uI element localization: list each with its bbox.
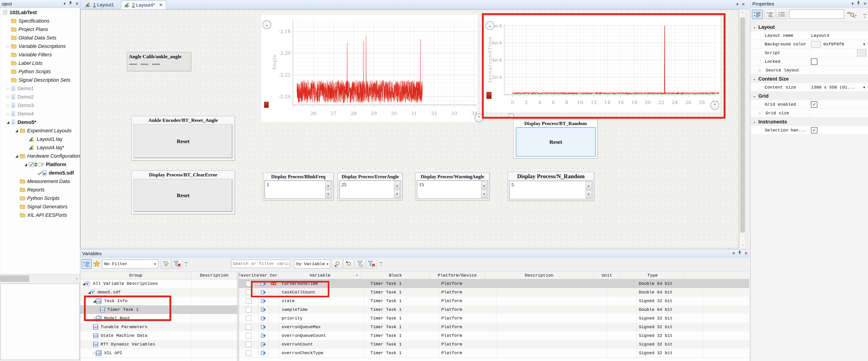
tab-close-icon[interactable]: ✕ <box>159 2 163 7</box>
expander-open-icon[interactable]: ◢ <box>14 154 20 158</box>
scrollbar-thumb[interactable] <box>740 18 745 233</box>
favorite-checkbox[interactable] <box>246 315 251 321</box>
section-collapse-icon[interactable]: ⌄ <box>750 25 758 29</box>
checkbox-unchecked[interactable] <box>811 58 817 65</box>
plotter-turnaroundtime[interactable]: 2e-44e-46e-48e-4024681012141618202224262… <box>484 16 720 112</box>
properties-filter-input[interactable] <box>789 9 844 19</box>
expander-closed-icon[interactable]: ▷ <box>5 95 11 99</box>
checkbox-checked[interactable]: ✓ <box>811 127 817 133</box>
project-tree-item[interactable]: Variable Filters <box>0 51 80 59</box>
spin-down-icon[interactable]: ▼ <box>325 190 331 198</box>
property-section-grid[interactable]: ⌄Grid <box>750 92 868 100</box>
project-tree-item[interactable]: ▷Variable Descriptions <box>0 42 80 51</box>
expander-open-icon[interactable]: ◢ <box>23 162 29 167</box>
panel-menu-icon[interactable]: ▾ <box>851 1 854 6</box>
group-tree-item[interactable]: ▷{a}XIL API <box>80 349 250 358</box>
project-tree-item[interactable]: ◢Demo5* <box>0 118 80 126</box>
numeric-input-field[interactable]: 1 ▲▼ <box>265 181 332 199</box>
variable-row[interactable]: sampleTimeTimer Task 1PlatformDouble 64 … <box>239 305 749 314</box>
column-header-unit[interactable]: Unit <box>594 272 621 279</box>
spin-down-icon[interactable]: ▼ <box>394 190 400 198</box>
property-value[interactable]: 0xf0f0f0 <box>823 42 844 47</box>
expander-closed-icon[interactable]: ▷ <box>5 87 11 91</box>
expander-open-icon[interactable]: ◢ <box>88 290 91 295</box>
spin-up-icon[interactable]: ▲ <box>481 181 487 189</box>
close-icon[interactable]: ✕ <box>75 1 79 6</box>
favorites-star-icon[interactable] <box>93 260 100 267</box>
favorite-checkbox[interactable] <box>246 281 251 287</box>
spin-down-icon[interactable]: ▼ <box>481 190 487 198</box>
filter-combo[interactable]: No Filter ▼ <box>102 260 158 268</box>
favorite-checkbox[interactable] <box>246 324 251 330</box>
expander-closed-icon[interactable]: ▷ <box>5 44 11 49</box>
group-tree-item[interactable]: {a}Tunable Parameters <box>80 323 250 332</box>
project-tree-item[interactable]: Python Scripts <box>0 194 80 202</box>
reset-button[interactable]: Reset <box>134 125 232 158</box>
tree-table-splitter[interactable] <box>237 272 239 361</box>
project-tree-item[interactable]: XIL API EESPorts <box>0 211 80 219</box>
chevron-down-icon[interactable]: ⌄ <box>262 20 271 29</box>
property-section-instruments[interactable]: ⌄Instruments <box>750 118 868 126</box>
reset-button-selected[interactable]: Reset <box>516 127 596 156</box>
expander-closed-icon[interactable]: ▷ <box>5 103 11 108</box>
project-tree-item[interactable]: demo5.sdf <box>0 169 80 177</box>
expander-closed-icon[interactable]: ▷ <box>93 350 96 356</box>
property-row-script[interactable]: Script. . <box>750 49 868 57</box>
checkbox-checked[interactable]: ✓ <box>811 101 817 108</box>
favorite-checkbox[interactable] <box>246 307 251 312</box>
favorite-checkbox[interactable] <box>246 341 251 347</box>
variable-row[interactable]: overrunCountTimer Task 1PlatformSigned 3… <box>239 340 749 349</box>
property-section-content-size[interactable]: ⌄Content Size <box>750 74 868 83</box>
section-collapse-icon[interactable]: ⌄ <box>750 120 758 124</box>
expander-open-icon[interactable]: ◢ <box>14 129 20 133</box>
ellipsis-button[interactable]: . . <box>857 50 866 56</box>
scroll-up-icon[interactable]: ⌃ <box>740 11 746 16</box>
canvas-vscrollbar[interactable]: ⌃ ⌄ <box>739 9 746 248</box>
project-tree-item[interactable]: ◢Platform <box>0 160 80 169</box>
scroll-down-icon[interactable]: ⌄ <box>740 242 746 247</box>
tab-layout1[interactable]: 1 Layout1 <box>82 0 117 9</box>
variable-row[interactable]: overrunQueueCountTimer Task 1PlatformSig… <box>239 331 749 340</box>
column-header-type[interactable]: Type <box>621 272 685 279</box>
reset-button[interactable]: Reset <box>134 179 232 212</box>
group-tree-item[interactable]: ◢All Variable Descriptions <box>80 279 240 288</box>
spin-up-icon[interactable]: ▲ <box>586 182 592 190</box>
property-section-layout[interactable]: ⌄Layout <box>750 23 868 31</box>
scrollbar-thumb[interactable] <box>0 275 29 282</box>
project-tree-item[interactable]: Specifications <box>0 17 80 25</box>
project-tree-item[interactable]: ▷Demo2 <box>0 93 80 101</box>
group-tree-item[interactable]: {a}State Machine Data <box>80 331 250 340</box>
variable-row[interactable]: priorityTimer Task 1PlatformSigned 32 bi… <box>239 314 749 323</box>
combo-arrow-icon[interactable]: ▼ <box>863 86 866 89</box>
turnaroundtime-legend-swatch[interactable] <box>487 92 492 99</box>
property-row-grid-enabled[interactable]: Grid enabled✓ <box>750 100 868 109</box>
search-prev-button[interactable] <box>343 259 354 269</box>
project-tree-item[interactable]: Project Plans <box>0 25 80 34</box>
flat-view-button[interactable] <box>776 9 787 19</box>
project-tree-item[interactable]: ◢Hardware Configurations <box>0 152 80 160</box>
project-tree-item[interactable]: Label Lists <box>0 59 80 67</box>
chevron-up-icon[interactable]: ⌃ <box>710 101 719 110</box>
property-row-grid-size[interactable]: ▷Grid size <box>750 109 868 118</box>
spin-up-icon[interactable]: ▲ <box>394 181 400 189</box>
favorite-checkbox[interactable] <box>246 298 251 304</box>
property-row-background-color[interactable]: Background color0xf0f0f0▼ <box>750 40 868 49</box>
search-clear-button[interactable] <box>366 259 377 269</box>
column-header-group[interactable]: Group <box>80 272 191 279</box>
project-tree-item[interactable]: Global Data Sets <box>0 34 80 42</box>
section-collapse-icon[interactable]: ⌄ <box>750 94 758 98</box>
column-header-description[interactable]: Description <box>191 272 238 279</box>
filter-edit-button[interactable] <box>160 259 171 269</box>
pin-icon[interactable] <box>857 1 860 6</box>
favorite-checkbox[interactable] <box>246 350 251 356</box>
spin-down-icon[interactable]: ▼ <box>586 190 592 199</box>
property-row-locked[interactable]: Locked <box>750 57 868 66</box>
project-tree-item[interactable]: Python Scripts <box>0 67 80 76</box>
close-icon[interactable]: ✕ <box>742 2 745 7</box>
pin-icon[interactable] <box>69 1 72 6</box>
variable-search-input[interactable] <box>231 260 290 268</box>
numeric-input-field[interactable]: 5 ▲▼ <box>509 181 592 199</box>
favorite-checkbox[interactable] <box>246 290 251 295</box>
tab-list-icon[interactable]: ▾ <box>736 2 739 7</box>
toolbar-overflow-icon[interactable]: ⌄ <box>379 263 382 267</box>
